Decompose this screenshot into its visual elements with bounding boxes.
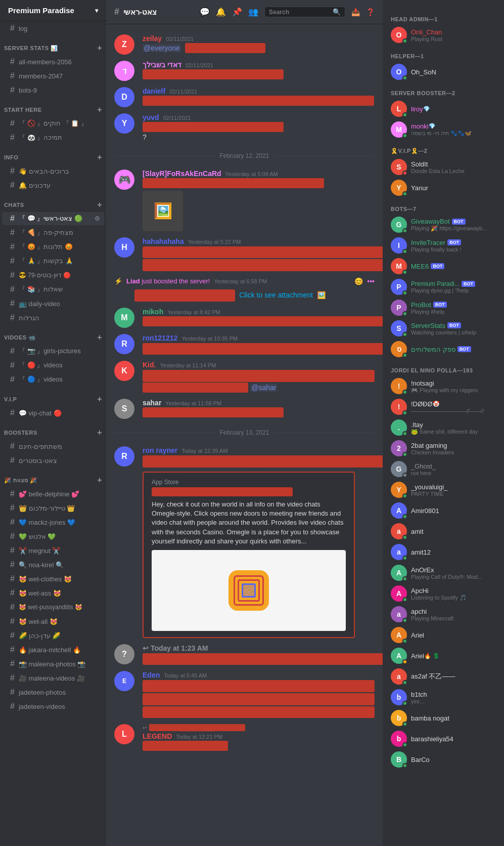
member-item-as2af[interactable]: a as2af 不乙——: [387, 666, 500, 687]
channel-giveaways[interactable]: # הגרלות: [2, 311, 104, 324]
channel-maleena-videos[interactable]: # 🎥 maleena-videos 🎥: [2, 671, 104, 685]
member-item-liroy[interactable]: L liroy 💎: [387, 99, 500, 119]
member-item-amir0801[interactable]: A Amir0801: [387, 500, 500, 521]
embed-title[interactable]: ████████████: [152, 488, 346, 496]
member-item-ltay[interactable]: . .ltay 🐸 Same shit, different day: [387, 417, 500, 438]
pin-icon[interactable]: 📌: [232, 7, 242, 17]
member-item-giveawaybot[interactable]: G GiveawayBot BOT Playing 🎉 https://give…: [387, 215, 500, 235]
channel-belle[interactable]: # 💕 belle-delphine 💕: [2, 487, 104, 500]
member-item-ghost[interactable]: G _Ghost_ not here: [387, 459, 500, 479]
channel-members[interactable]: # members-2047: [2, 69, 104, 82]
channel-elnosh[interactable]: # 💚 אלנוש 💚: [2, 530, 104, 543]
member-item-invitetracer[interactable]: I InviteTracer BOT Playing finally back …: [387, 235, 500, 256]
channel-videos-blue[interactable]: # 『 🔵 』videos: [2, 373, 104, 386]
message-image[interactable]: 🖼️: [143, 191, 183, 231]
channel-rules[interactable]: # 『 🚫 』חוקים 『 📋 』: [2, 117, 104, 130]
channel-funny[interactable]: # 『 🍕 』מצחיק-פה: [2, 226, 104, 239]
add-icon[interactable]: +: [97, 476, 102, 485]
member-item-amit12[interactable]: a amit12: [387, 542, 500, 562]
channel-jadeteen-videos[interactable]: # jadeteen-videos: [2, 700, 104, 713]
members-icon[interactable]: 👥: [248, 7, 258, 17]
channel-mackz[interactable]: # 💙 mackz-jones 💙: [2, 516, 104, 529]
inbox-icon[interactable]: 📥: [351, 8, 360, 16]
member-item-barashieliya[interactable]: b barashieliya54: [387, 729, 500, 749]
channel-requests[interactable]: # 『 🙏 』בקשות 🙏: [2, 255, 104, 268]
category-server-stats[interactable]: SERVER STATS 📊 +: [0, 35, 106, 55]
channel-girls-pictures[interactable]: # 『 📷 』girls-pictures: [2, 345, 104, 358]
member-item-mee6[interactable]: M MEE6 BOT: [387, 256, 500, 276]
channel-main-chat[interactable]: # 『 💬 』צאט-ראשי 🟢 ⚙: [2, 212, 104, 225]
bell-icon[interactable]: 🔔: [216, 7, 226, 17]
member-item-anorex[interactable]: A AnOrEx Playing Call of Duty®: Mod...: [387, 563, 500, 583]
member-item-apchi-lower[interactable]: a apchi Playing Minecraft: [387, 604, 500, 624]
channel-questions[interactable]: # 『 📚 』שאלות: [2, 283, 104, 296]
channel-taylor[interactable]: # 👑 טיילור-מלכום 👑: [2, 501, 104, 515]
category-info[interactable]: INFO +: [0, 145, 106, 164]
category-vip[interactable]: V.I.P +: [0, 387, 106, 406]
search-box[interactable]: Search 🔍: [264, 7, 345, 17]
category-mitzvot[interactable]: 🎉 מצוות 🎉 +: [0, 468, 106, 487]
channel-members-free[interactable]: # משתתפים-חינם: [2, 440, 104, 453]
channel-wet-pussy[interactable]: # 😻 wet-pussyandtits 😻: [2, 601, 104, 614]
channel-videos-red[interactable]: # 『 🔴 』videos: [2, 359, 104, 372]
member-item-notsagi[interactable]: ! !notsagi 🎮 Playing with my niggers: [387, 376, 500, 396]
member-item-b1tch[interactable]: b b1tch yes...: [387, 687, 500, 707]
settings-icon[interactable]: ⚙: [95, 215, 100, 222]
category-boosters[interactable]: BOOSTERS +: [0, 420, 106, 439]
channel-boosters-chat[interactable]: # צאט-בוסטרים: [2, 454, 104, 467]
member-item-2bat[interactable]: 2 2bat gaming Chicken Invaders: [387, 438, 500, 458]
more-options-icon[interactable]: •••: [367, 277, 375, 285]
channel-item-log[interactable]: # log: [2, 22, 104, 35]
channel-daily-video[interactable]: # 📺 daily-video: [2, 297, 104, 310]
channel-maleena-photos[interactable]: # 📸 maleena-photos 📸: [2, 657, 104, 670]
category-chats[interactable]: CHATS +: [0, 192, 106, 211]
server-header[interactable]: Premium Paradise ▾: [0, 0, 106, 21]
add-icon[interactable]: +: [97, 153, 102, 162]
add-icon[interactable]: +: [97, 105, 102, 114]
member-item-yanur[interactable]: Y Yanur: [387, 178, 500, 198]
add-icon[interactable]: +: [97, 333, 102, 342]
member-item-ariel1[interactable]: A Ariel: [387, 625, 500, 645]
channel-complaints[interactable]: # 『 😡 』תלונות 😡: [2, 240, 104, 253]
channel-wet-clothes[interactable]: # 😻 wet-clothes 😻: [2, 572, 104, 585]
member-item-monki[interactable]: M monki 💎 חיה הי- מי בשמה 🐾🐾🦋: [387, 119, 500, 140]
member-item-soldit[interactable]: S SoldIt Donde Esta La Leche: [387, 157, 500, 177]
member-item-youvaluigi[interactable]: Y _youvaluigi_ PARTY TIME: [387, 480, 500, 500]
channel-wet-ass[interactable]: # 😻 wet-ass 😻: [2, 586, 104, 600]
help-icon[interactable]: ❓: [366, 8, 375, 16]
attachment-label[interactable]: Click to see attachment: [239, 290, 313, 301]
channel-bots[interactable]: # bots-9: [2, 83, 104, 97]
member-item-premium-paradi[interactable]: P Premium Paradi... BOT Playing dyno.gg …: [387, 277, 500, 297]
member-item-amit[interactable]: a amit: [387, 521, 500, 541]
member-item-spak[interactable]: ס ספק המשלוחים BOT: [387, 339, 500, 359]
channel-eden[interactable]: # 🌽 עדן-כהן 🌽: [2, 629, 104, 642]
member-item-dodo[interactable]: ! !DØÐØ 🤡 ——————————//——//: [387, 397, 500, 417]
member-item-onli-chan[interactable]: O Onli_Chan Playing Rust: [387, 25, 500, 45]
channel-noa[interactable]: # 🔍 noa-kirel 🔍: [2, 558, 104, 571]
add-icon[interactable]: +: [97, 44, 102, 53]
member-item-serverstats[interactable]: S ServerStats BOT Watching counters | s/…: [387, 318, 500, 339]
channel-bots-discuss[interactable]: # 😎 דיון-בוטים-79 🔴: [2, 269, 104, 282]
thread-icon[interactable]: 💬: [200, 7, 210, 17]
channel-updates[interactable]: # 🔔 עדכונים: [2, 179, 104, 192]
member-item-ohson[interactable]: O Oh_SoN: [387, 62, 500, 82]
category-vidoes[interactable]: VIDOES 📹 +: [0, 325, 106, 344]
channel-all-members[interactable]: # all-members-2056: [2, 55, 104, 68]
add-icon[interactable]: +: [97, 395, 102, 404]
add-icon[interactable]: +: [97, 200, 102, 209]
channel-vip-chat[interactable]: # 💬 vip-chat 🔴: [2, 406, 104, 419]
category-start-here[interactable]: START HERE +: [0, 97, 106, 116]
emoji-react-icon[interactable]: 😊: [354, 277, 363, 285]
channel-welcome[interactable]: # 👋 ברוכים-הבאים: [2, 164, 104, 178]
channel-jakara[interactable]: # 🔥 jakara-mitchell 🔥: [2, 643, 104, 656]
member-item-barco[interactable]: B BarCo: [387, 749, 500, 770]
channel-jadeteen-photos[interactable]: # jadeteen-photos: [2, 686, 104, 699]
channel-wet-all[interactable]: # 😻 wet-all 😻: [2, 615, 104, 628]
add-icon[interactable]: +: [97, 428, 102, 437]
member-item-bamba[interactable]: b bamba nogat: [387, 708, 500, 728]
channel-megnut[interactable]: # ✂️ megnut ✂️: [2, 544, 104, 557]
member-item-probot[interactable]: P ProBot BOT Playing #help: [387, 298, 500, 318]
member-item-ariel2[interactable]: A Ariel 🔥 💲: [387, 646, 500, 666]
member-item-apchi-capital[interactable]: A ApcHi Listening to Spotify 🎵: [387, 583, 500, 604]
channel-support[interactable]: # 『 🐼 』תמיכה: [2, 131, 104, 144]
